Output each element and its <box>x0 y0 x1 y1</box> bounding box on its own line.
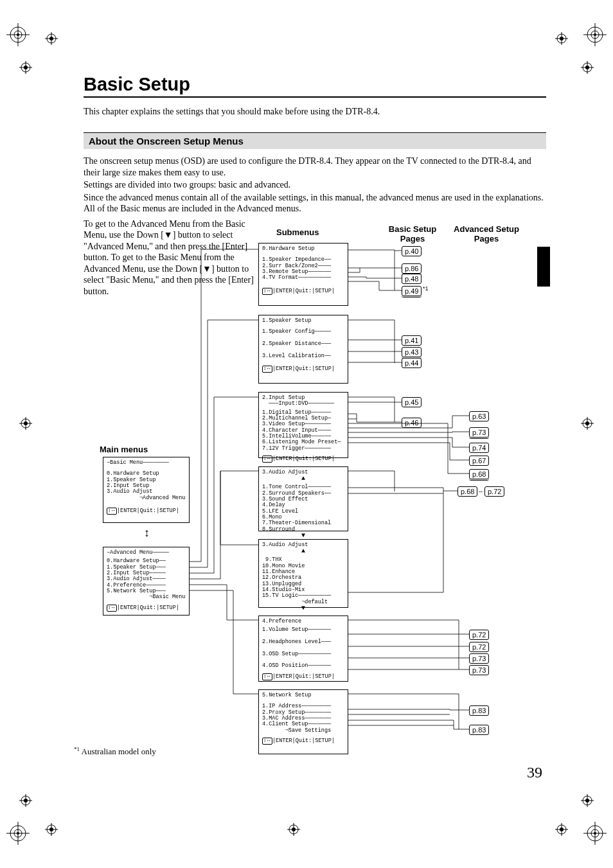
svg-point-21 <box>24 421 28 425</box>
crop-mark-icon <box>555 823 568 836</box>
range-dash: – <box>479 486 483 496</box>
svg-point-19 <box>585 66 589 69</box>
page-ref: p.68 <box>469 469 489 479</box>
osd-title: –Basic Menu———————— <box>107 460 186 466</box>
osd-foot-text: |ENTER|Quit:|SETUP| <box>117 508 179 514</box>
footnote-marker: *1 <box>74 746 80 752</box>
osd-foot-text: |ENTER|Quit:|SETUP| <box>272 366 335 372</box>
page-ref: p.73 <box>469 665 489 675</box>
page-ref: p.86 <box>402 263 422 274</box>
osd-foot: ↕↔|ENTER|Quit:|SETUP| <box>262 366 344 373</box>
osd-title: 0.Hardware Setup <box>262 246 344 252</box>
osd-foot-text: |ENTER|Quit:|SETUP| <box>272 456 335 462</box>
osd-foot: ↕↔|ENTER|Quit:|SETUP| <box>262 673 344 680</box>
page-ref: p.46 <box>402 418 422 428</box>
footnote-text: Australian model only <box>82 747 156 756</box>
page-ref: p.83 <box>469 705 489 716</box>
crop-mark-icon <box>45 32 58 45</box>
crop-mark-icon <box>19 794 32 807</box>
crop-mark-icon <box>45 823 58 836</box>
svg-point-23 <box>585 421 589 425</box>
registration-mark-icon <box>6 23 30 46</box>
nav-instructions: To get to the Advanced Menu from the Bas… <box>84 218 270 297</box>
osd-items: 1.Speaker Impedance—— 2.Surr Back/Zone2—… <box>262 257 344 281</box>
nav-icons: ↕↔ <box>262 738 272 745</box>
osd-items: 1.Tone Control——————— 2.Surround Speaker… <box>262 484 344 533</box>
svg-point-15 <box>560 37 564 40</box>
registration-mark-icon <box>6 822 30 845</box>
footnote: *1 Australian model only <box>74 746 156 757</box>
svg-point-13 <box>49 37 53 40</box>
registration-mark-icon <box>583 23 607 46</box>
page-ref: p.41 <box>402 335 422 346</box>
page-ref: p.40 <box>402 246 422 256</box>
osd-items: 1.Speaker Config————— 2.Speaker Distance… <box>262 329 344 359</box>
osd-foot: ↕↔|ENTER|Quit:|SETUP| <box>262 288 344 295</box>
osd-title: 5.Network Setup <box>262 693 344 698</box>
chapter-title: Basic Setup <box>84 74 546 95</box>
page-ref: p.48 <box>402 274 422 284</box>
nav-icons: ↕↔ <box>262 288 272 295</box>
submenu-speaker-setup: 1.Speaker Setup 1.Speaker Config————— 2.… <box>258 315 348 384</box>
svg-point-33 <box>292 828 296 831</box>
nav-icons: ↕↔ <box>262 456 272 463</box>
page-ref: p.83 <box>469 725 489 735</box>
submenu-input-setup: 2.Input Setup ———Input:DVD———————— 1.Dig… <box>258 392 348 458</box>
svg-point-25 <box>24 799 28 802</box>
up-arrow-icon: ▲ <box>262 548 344 554</box>
osd-items: 1.Volume Setup——————— 2.Headphones Level… <box>262 627 344 669</box>
osd-title: 2.Input Setup ———Input:DVD———————— <box>262 395 344 407</box>
osd-foot-text: |ENTER|Quit:|SETUP| <box>272 738 335 744</box>
registration-mark-icon <box>583 822 607 845</box>
crop-mark-icon <box>555 32 568 45</box>
svg-point-17 <box>24 66 28 69</box>
body-p1: The onscreen setup menus (OSD) are used … <box>84 155 546 178</box>
svg-point-31 <box>560 828 564 831</box>
page-number: 39 <box>527 764 542 781</box>
page-ref: p.68 <box>458 486 477 497</box>
osd-foot: ↕↔|ENTER|Quit:|SETUP| <box>262 456 344 463</box>
crop-mark-icon <box>581 417 594 430</box>
down-arrow-icon: ▼ <box>262 605 344 612</box>
osd-foot: ↕↔|ENTER|Quit:|SETUP| <box>107 605 186 612</box>
body-p2: Settings are divided into two groups: ba… <box>84 179 546 191</box>
osd-title: 4.Preference <box>262 619 344 624</box>
footnote-star: *1 <box>423 285 429 292</box>
submenu-preference: 4.Preference 1.Volume Setup——————— 2.Hea… <box>258 616 348 682</box>
body-p3: Since the advanced menus contain all of … <box>84 192 546 215</box>
osd-foot: ↕↔|ENTER|Quit:|SETUP| <box>107 508 186 515</box>
osd-foot-text: |ENTER|Quit:|SETUP| <box>272 288 335 294</box>
submenu-hardware-setup: 0.Hardware Setup 1.Speaker Impedance—— 2… <box>258 243 348 306</box>
page-ref: p.45 <box>402 397 422 407</box>
crop-mark-icon <box>581 61 594 74</box>
nav-icons: ↕↔ <box>262 366 272 373</box>
nav-icons: ↕↔ <box>262 673 272 680</box>
page-ref: p.72 <box>469 642 489 652</box>
page-ref: p.67 <box>469 456 489 466</box>
page-ref: p.74 <box>469 443 489 453</box>
osd-items: 0.Hardware Setup 1.Speaker Setup 2.Input… <box>107 471 186 501</box>
osd-items: 0.Hardware Setup—— 1.Speaker Setup——— 2.… <box>107 558 186 600</box>
osd-title: –Advanced Menu————— <box>107 550 186 556</box>
nav-icons: ↕↔ <box>107 508 117 515</box>
page-ref: p.43 <box>402 347 422 357</box>
osd-foot-text: |ENTER|Quit:|SETUP| <box>117 605 179 611</box>
page-ref: p.73 <box>469 427 489 438</box>
crop-mark-icon <box>19 417 32 430</box>
page-ref: p.72 <box>469 630 489 640</box>
column-submenus: Submenus <box>276 228 347 238</box>
submenu-network-setup: 5.Network Setup 1.IP Address————————— 2.… <box>258 689 348 754</box>
page-ref: p.44 <box>402 358 422 368</box>
section-heading: About the Onscreen Setup Menus <box>84 132 546 149</box>
crop-mark-icon <box>19 61 32 74</box>
page-ref: p.63 <box>469 411 489 421</box>
osd-items: 9.THX 10.Mono Movie 11.Enhance 12.Orches… <box>262 557 344 605</box>
column-advanced-pages: Advanced Setup Pages <box>445 225 528 244</box>
page-ref: p.72 <box>484 486 504 497</box>
column-basic-pages: Basic Setup Pages <box>387 225 438 244</box>
page-ref: p.49 <box>402 286 422 296</box>
up-arrow-icon: ▲ <box>262 475 344 482</box>
crop-mark-icon <box>581 794 594 807</box>
submenu-audio-adjust-a: 3.Audio Adjust ▲ 1.Tone Control——————— 2… <box>258 466 348 531</box>
nav-icons: ↕↔ <box>107 605 117 612</box>
